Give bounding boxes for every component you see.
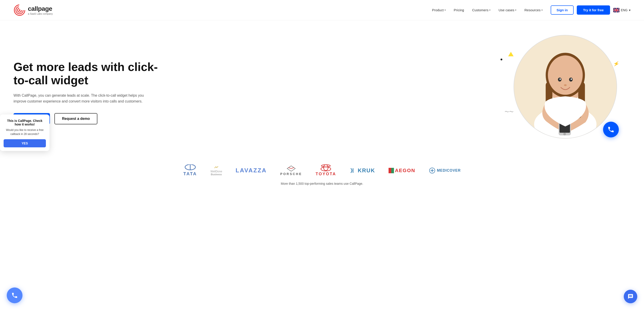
product-chevron-icon: ▾ (444, 9, 446, 11)
svg-rect-26 (388, 168, 391, 173)
deco-triangle-icon (508, 52, 514, 56)
hero-subtitle: With CallPage, you can generate leads at… (14, 93, 144, 104)
call-bubble[interactable] (603, 122, 619, 137)
phone-icon (607, 126, 614, 133)
resources-chevron-icon: ▾ (542, 9, 542, 11)
customers-chevron-icon: ▾ (489, 9, 490, 11)
logo-tata: TATA (183, 165, 197, 176)
nav-actions: Sign in Try it for free ENG ▾ (551, 6, 630, 15)
svg-point-17 (564, 84, 567, 86)
hero-title: Get more leads with click-to-call widget (14, 60, 171, 87)
hero-content: Get more leads with click-to-call widget… (14, 60, 171, 125)
use-cases-chevron-icon: ▾ (515, 9, 516, 11)
nav-use-cases[interactable]: Use cases ▾ (498, 8, 516, 12)
callpage-logo-icon (14, 4, 26, 16)
lang-label: ENG (621, 8, 628, 12)
medicover-logo-icon (429, 167, 436, 174)
nav-customers[interactable]: Customers ▾ (472, 8, 491, 12)
logo-sub: a SaaS Labs company (28, 12, 53, 15)
logo-welldone: WellDone Business (210, 165, 222, 176)
svg-point-15 (560, 78, 561, 80)
svg-point-12 (548, 55, 583, 95)
callpage-popup: This is CallPage. Check how it works! Wo… (0, 114, 50, 151)
logo-kruk: KRUK (350, 167, 375, 174)
logo-lavazza: LaVAZZA (236, 167, 267, 174)
uk-flag-icon (613, 8, 620, 12)
nav-links: Product ▾ Pricing Customers ▾ Use cases … (432, 8, 542, 12)
navbar: callpage a SaaS Labs company Product ▾ P… (0, 0, 644, 20)
porsche-logo-icon (287, 165, 296, 172)
logos-section: TATA WellDone Business LaVAZZA (0, 160, 644, 192)
svg-point-24 (324, 165, 328, 171)
svg-point-16 (571, 78, 572, 80)
popup-subtitle: Would you like to receive a free callbac… (4, 128, 46, 136)
logo-area: callpage a SaaS Labs company (14, 4, 53, 16)
logos-caption: More than 1,500 top-performing sales tea… (14, 182, 630, 185)
svg-point-20 (563, 133, 566, 135)
logo-medicover: MEDICOVER (429, 167, 461, 174)
welldone-logo-icon (214, 165, 218, 170)
hero-image-area: ⚡ (171, 34, 630, 151)
hero-person-circle (514, 35, 617, 138)
svg-point-4 (19, 9, 20, 11)
tata-logo-icon (184, 165, 196, 171)
kruk-logo-icon (350, 167, 356, 174)
hero-section: Get more leads with click-to-call widget… (0, 20, 644, 160)
nav-resources[interactable]: Resources ▾ (524, 8, 542, 12)
logo-toyota: TOYOTA (316, 165, 336, 176)
popup-yes-button[interactable]: YES (4, 139, 46, 147)
svg-rect-27 (391, 168, 394, 173)
toyota-logo-icon (320, 165, 332, 171)
signin-button[interactable]: Sign in (551, 6, 574, 15)
try-free-button[interactable]: Try it for free (577, 6, 610, 15)
hero-demo-button[interactable]: Request a demo (54, 113, 98, 124)
aegon-logo-icon (388, 168, 394, 173)
logo-brand: callpage (28, 5, 53, 12)
logos-row: TATA WellDone Business LaVAZZA (14, 165, 630, 176)
logo-aegon: AEGON (388, 168, 415, 174)
nav-pricing[interactable]: Pricing (454, 8, 464, 12)
deco-squiggle-icon: 〜〜 (504, 109, 514, 115)
hero-person-svg (514, 35, 616, 138)
deco-lightning-icon: ⚡ (613, 60, 620, 67)
svg-point-25 (321, 165, 330, 167)
deco-dot1 (500, 59, 502, 60)
nav-product[interactable]: Product ▾ (432, 8, 446, 12)
popup-title: This is CallPage. Check how it works! (4, 119, 46, 126)
logo-porsche: PORSCHE (280, 165, 302, 176)
language-selector[interactable]: ENG ▾ (613, 8, 630, 12)
lang-chevron-icon: ▾ (629, 8, 630, 12)
